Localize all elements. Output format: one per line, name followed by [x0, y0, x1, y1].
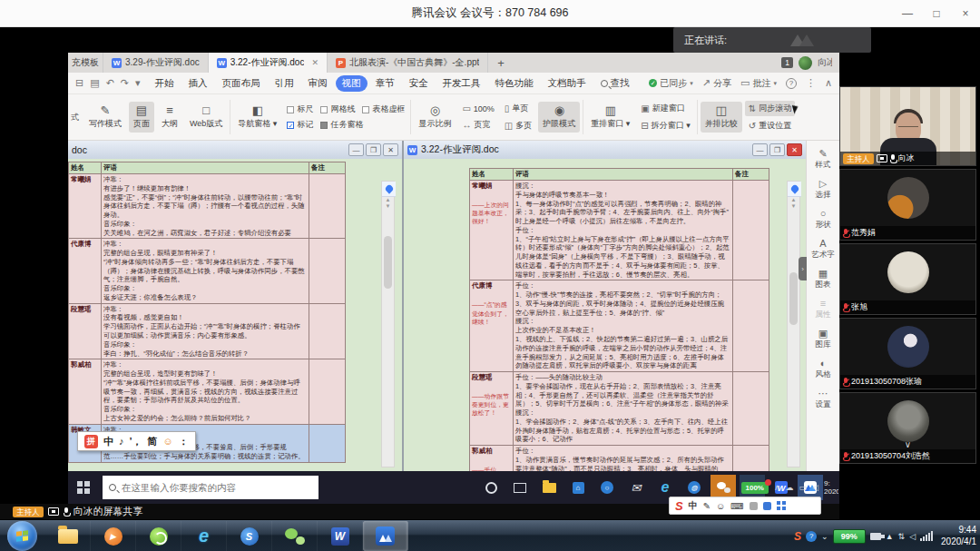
- account-avatar[interactable]: [799, 56, 812, 70]
- taskbar-icon-photos[interactable]: ○: [594, 475, 620, 500]
- close-icon[interactable]: ✕: [787, 143, 802, 156]
- menu-安全[interactable]: 安全: [403, 75, 435, 92]
- property-tool[interactable]: ≡属性: [816, 298, 831, 320]
- scroll-up-icon[interactable]: ▲: [382, 197, 394, 203]
- undo-icon[interactable]: ↶: [106, 77, 114, 89]
- toolbox-icon[interactable]: [777, 501, 786, 510]
- wps-tab[interactable]: W3.22-作业评阅.doc✕: [209, 53, 328, 73]
- scroll-up-icon[interactable]: ▲: [788, 197, 799, 203]
- table-row[interactable]: 代康博冲靠： 完整的组合呈现，眼睛更加有神采了！ “冲”时身体倾向转动再多一些；…: [69, 239, 346, 303]
- more-button[interactable]: ⋮: [806, 77, 816, 89]
- tab-close-icon[interactable]: ✕: [311, 58, 318, 67]
- ribbon-重设位置[interactable]: ↺重设位置: [745, 118, 795, 133]
- menu-章节[interactable]: 章节: [369, 75, 401, 92]
- help-tray-icon[interactable]: ?: [806, 531, 817, 542]
- taskbar-icon-meeting[interactable]: [363, 521, 408, 551]
- ime-tool-icon[interactable]: 中: [689, 499, 698, 512]
- ime-item[interactable]: ☺: [163, 436, 173, 447]
- taskbar-icon-task-view[interactable]: [507, 475, 533, 500]
- menu-特色功能[interactable]: 特色功能: [489, 75, 540, 92]
- menu-开发工具[interactable]: 开发工具: [436, 75, 487, 92]
- menu-页面布局[interactable]: 页面布局: [216, 75, 267, 92]
- ribbon-页宽[interactable]: ↔页宽: [458, 117, 497, 133]
- maximize-icon[interactable]: □: [922, 0, 951, 27]
- ribbon-新建窗口[interactable]: ▣新建窗口: [637, 101, 693, 116]
- ime-item[interactable]: 简: [148, 435, 158, 448]
- table-row[interactable]: 郭威柏冲靠： 完整的组合呈现，造型时更有韵味了！ “冲”“靠”身体横拧往斜前或后…: [69, 359, 346, 424]
- participant-video[interactable]: 张旭: [839, 243, 976, 315]
- ime-tool-icon[interactable]: ☺: [716, 501, 725, 511]
- volume-icon[interactable]: ◁: [812, 483, 818, 492]
- table-row[interactable]: 郭威柏——手位手位： 1、动作贯满音乐，慢节奏时动作的延展与层次感；2、所有的头…: [470, 446, 769, 471]
- ime-tool-icon[interactable]: ⌨: [730, 501, 743, 511]
- battery-indicator[interactable]: 99%: [833, 529, 866, 544]
- scroll-down-icon[interactable]: ▼: [382, 203, 394, 210]
- ribbon-100%[interactable]: ▭100%: [458, 102, 497, 115]
- ime-item[interactable]: ♪: [119, 436, 124, 447]
- signal-icon[interactable]: [920, 531, 933, 541]
- redo-icon[interactable]: ↷: [121, 77, 129, 89]
- style-tool[interactable]: ✎样式: [816, 148, 831, 171]
- collapse-ribbon-button[interactable]: ∧: [825, 77, 832, 89]
- taskbar-icon-file-explorer[interactable]: [536, 475, 562, 500]
- scroll-down-icon[interactable]: ▼: [788, 203, 799, 210]
- help-button[interactable]: ?: [786, 78, 797, 89]
- taskbar-clock[interactable]: 9:44 2020/4/1: [937, 525, 976, 547]
- ribbon-并排比较[interactable]: ◫并排比较: [701, 102, 742, 133]
- print-icon[interactable]: ▤: [90, 77, 99, 89]
- collapse-chevron-icon[interactable]: ∨: [905, 441, 911, 448]
- taskbar-icon-sogou[interactable]: S: [227, 521, 272, 551]
- ime-tray-bar[interactable]: S中✎☺⌨: [669, 497, 821, 515]
- participant-video[interactable]: 范秀娟: [839, 169, 976, 241]
- table-row[interactable]: 段慧瑶冲靠： 没有看视频，感觉更自如！ 学习镜面动作，正面从右边开始；“冲”“靠…: [69, 303, 346, 359]
- wps-tab[interactable]: P北服表演-《中国古典舞》-全.ppt: [328, 53, 488, 73]
- gallery-tool[interactable]: ▣图库: [816, 328, 831, 350]
- ribbon-拆分窗口[interactable]: ⊟拆分窗口 ▾: [637, 118, 693, 133]
- ime-item[interactable]: ：: [179, 435, 189, 448]
- doc-right-scrollbar[interactable]: ▲ ▼: [787, 181, 800, 467]
- ribbon-写作模式[interactable]: ✎写作模式: [84, 102, 126, 133]
- select-tool[interactable]: ▷选择: [816, 178, 831, 201]
- ime-tool-icon[interactable]: ✎: [703, 501, 710, 511]
- storage-icon[interactable]: ▭: [799, 483, 808, 492]
- scroll-thumb[interactable]: [789, 272, 798, 325]
- taskbar-icon-store[interactable]: ⌂: [565, 475, 591, 500]
- checkbox-网格线[interactable]: 网格线: [320, 103, 355, 115]
- start-button[interactable]: [7, 521, 37, 551]
- wordart-tool[interactable]: A艺术字: [811, 238, 835, 261]
- restore-icon[interactable]: ❐: [769, 143, 785, 156]
- shape-tool[interactable]: ○形状: [816, 208, 831, 231]
- menu-视图[interactable]: 视图: [336, 75, 368, 92]
- menu-引用[interactable]: 引用: [269, 75, 300, 92]
- restore-icon[interactable]: ❐: [366, 143, 381, 156]
- table-row[interactable]: 代康博——“点”的感觉体会到了，继续！手位： 1、动作“慢-快”节奏的连接，亮相…: [470, 280, 769, 372]
- doc-left-scrollbar[interactable]: ▲ ▼: [381, 181, 395, 467]
- hidden-icons-chevron[interactable]: ∧: [774, 483, 780, 492]
- search-input[interactable]: [122, 482, 303, 493]
- hidden-icons-arrow[interactable]: ▲: [886, 532, 894, 541]
- checkbox-标记[interactable]: ✓标记: [287, 119, 313, 131]
- taskbar-icon-cortana[interactable]: [478, 475, 504, 500]
- checkbox-表格虚框[interactable]: 表格虚框: [362, 103, 405, 115]
- close-icon[interactable]: ×: [951, 0, 980, 27]
- ribbon-同步滚动[interactable]: ⇅同步滚动: [745, 101, 795, 116]
- ribbon-Web版式[interactable]: □Web版式: [185, 102, 227, 133]
- ribbon-单页[interactable]: ▯单页: [501, 101, 535, 116]
- theme-tool[interactable]: ◐风格: [816, 358, 831, 380]
- new-tab-button[interactable]: +: [488, 53, 514, 73]
- menu-插入[interactable]: 插入: [182, 75, 214, 92]
- participant-video[interactable]: ∨201913050704刘浩然: [839, 392, 976, 464]
- table-row[interactable]: 常曦娟冲靠： 有进步了！继续更加有韵律！ 感觉要“正”，不要“倒”；“冲”时身体…: [69, 174, 346, 239]
- more-icon[interactable]: ▾: [135, 77, 141, 89]
- scroll-thumb[interactable]: [384, 236, 392, 289]
- taskbar-icon-browser-360[interactable]: [136, 521, 181, 551]
- minimize-icon[interactable]: —: [893, 0, 922, 27]
- find-button[interactable]: 查找: [601, 77, 630, 90]
- ribbon-护眼模式[interactable]: ◉护眼模式: [538, 102, 580, 133]
- volume-icon[interactable]: ◁: [909, 532, 916, 541]
- taskbar-icon-word[interactable]: W: [318, 521, 363, 551]
- taskbar-icon-media-player[interactable]: ▶: [91, 521, 136, 551]
- rail-collapse-handle[interactable]: ›: [799, 257, 807, 280]
- ime-item[interactable]: ’，: [130, 435, 142, 448]
- menu-审阅[interactable]: 审阅: [302, 75, 334, 92]
